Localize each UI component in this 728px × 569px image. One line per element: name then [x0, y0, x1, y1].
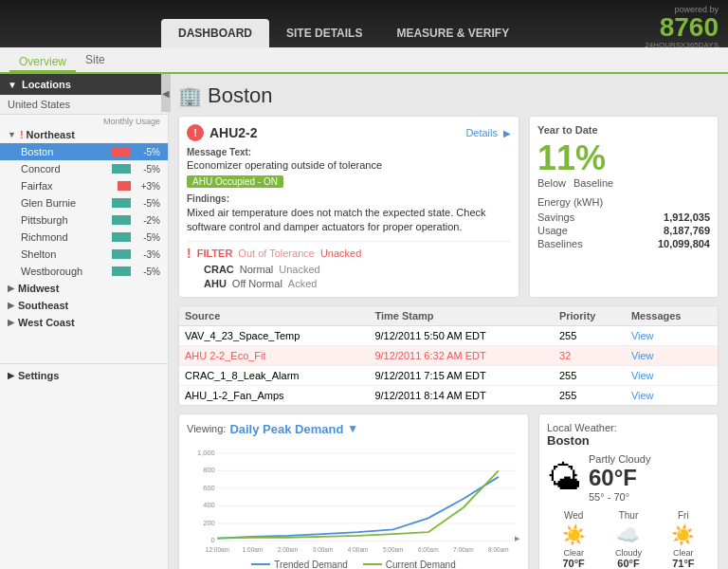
cell-message[interactable]: View [626, 365, 718, 385]
glen-burnie-usage: -5% [112, 198, 160, 209]
ytd-usage-val: 8,187,769 [664, 225, 710, 236]
sidebar-item-westborough[interactable]: Westborough -5% [0, 263, 168, 280]
weather-day-temp: 71°F [671, 558, 695, 569]
shelton-pct: -3% [134, 249, 160, 260]
svg-text:4:00am: 4:00am [348, 545, 369, 552]
northeast-label: Northeast [27, 129, 75, 140]
sidebar-group-midwest[interactable]: ▶ Midwest [0, 280, 168, 297]
svg-text:7:00am: 7:00am [453, 545, 474, 552]
shelton-usage: -3% [112, 249, 160, 260]
sidebar-group-west-coast[interactable]: ▶ West Coast [0, 314, 168, 331]
weather-day-desc: Cloudy [615, 548, 642, 558]
cell-timestamp: 9/12/2011 8:14 AM EDT [369, 385, 554, 405]
sidebar-item-richmond[interactable]: Richmond -5% [0, 229, 168, 246]
weather-city: Boston [547, 433, 710, 448]
country-label: United States [0, 95, 168, 115]
richmond-pct: -5% [134, 232, 160, 243]
alert-status: AHU Occupied - ON [187, 175, 283, 188]
alert-message-label: Message Text: [187, 147, 511, 157]
nav-tabs: DASHBOARD SITE DETAILS MEASURE & VERIFY [161, 19, 526, 47]
ahu-row: AHU Off Normal Acked [187, 278, 511, 289]
col-priority: Priority [554, 306, 626, 326]
trended-label: Trended Demand [274, 560, 347, 569]
brand: powered by 8760 24HOURSX365DAYS [645, 5, 719, 49]
chart-card: Viewing: Daily Peak Demand ▼ 1,000 800 6… [178, 413, 529, 569]
concord-label: Concord [21, 163, 61, 174]
concord-bar [112, 164, 131, 174]
locations-label: Locations [22, 79, 71, 90]
boston-pct: -5% [134, 147, 160, 157]
crac-row: CRAC Normal Unacked [187, 264, 511, 275]
table-row: CRAC_1_8_Leak_Alarm 9/12/2011 7:15 AM ED… [179, 365, 718, 385]
weather-day: Thur ☁️ Cloudy 60°F 54 [615, 510, 642, 569]
ytd-savings-val: 1,912,035 [664, 211, 710, 223]
locations-header[interactable]: ▼ Locations [0, 74, 168, 95]
northeast-warn-icon: ! [20, 129, 24, 140]
sub-tab-site[interactable]: Site [76, 51, 115, 68]
sidebar-item-pittsburgh[interactable]: Pittsburgh -2% [0, 211, 168, 229]
weather-day: Fri ☀️ Clear 71°F 59 [671, 510, 695, 569]
ahu-label: AHU [204, 278, 227, 289]
cell-message[interactable]: View [626, 385, 718, 405]
tab-dashboard[interactable]: DASHBOARD [161, 19, 269, 47]
sidebar-item-concord[interactable]: Concord -5% [0, 160, 168, 177]
weather-day-temp: 70°F [562, 558, 586, 569]
svg-text:8:00am: 8:00am [488, 545, 509, 552]
filter-unacked[interactable]: Unacked [320, 248, 361, 259]
ytd-baselines-label: Baselines [537, 238, 583, 249]
cell-source: CRAC_1_8_Leak_Alarm [179, 365, 369, 385]
sub-tab-overview[interactable]: Overview [9, 53, 76, 72]
cell-message[interactable]: View [626, 345, 718, 365]
cell-message[interactable]: View [626, 325, 718, 345]
header: DASHBOARD SITE DETAILS MEASURE & VERIFY … [0, 0, 728, 47]
svg-text:12:00am: 12:00am [206, 545, 229, 552]
sub-tabs-bar: Overview Site [0, 47, 728, 74]
chart-dropdown-icon[interactable]: ▼ [347, 422, 358, 435]
table-row: VAV_4_23_Space_Temp 9/12/2011 5:50 AM ED… [179, 325, 718, 345]
table-row: AHU_1-2_Fan_Amps 9/12/2011 8:14 AM EDT 2… [179, 385, 718, 405]
cell-priority: 255 [554, 365, 626, 385]
details-link[interactable]: Details [465, 127, 498, 138]
richmond-label: Richmond [21, 231, 68, 243]
brand-subtitle: 24HOURSX365DAYS [645, 41, 719, 49]
boston-label: Boston [21, 146, 53, 157]
chart-title[interactable]: Daily Peak Demand [229, 422, 343, 436]
crac-unacked: Unacked [279, 264, 319, 275]
svg-text:400: 400 [203, 501, 214, 509]
pittsburgh-label: Pittsburgh [21, 214, 68, 226]
ytd-savings-row: Savings 1,912,035 [537, 211, 710, 223]
pittsburgh-bar [112, 215, 131, 225]
richmond-usage: -5% [112, 232, 160, 243]
svg-text:3:00am: 3:00am [313, 545, 334, 552]
sidebar-group-northeast[interactable]: ▼ ! Northeast [0, 126, 168, 143]
cell-source: AHU_1-2_Fan_Amps [179, 385, 369, 405]
filter-label[interactable]: FILTER [197, 248, 233, 259]
cell-priority: 255 [554, 325, 626, 345]
concord-pct: -5% [134, 164, 160, 174]
weather-days: Wed ☀️ Clear 70°F 42 Thur ☁️ Cloudy 60°F… [547, 510, 710, 569]
settings-item[interactable]: ▶ Settings [0, 363, 168, 387]
ytd-baseline-label: Baseline [573, 177, 613, 191]
alert-card: ! AHU2-2 Details ▶ Message Text: Economi… [178, 116, 519, 298]
tab-measure-verify[interactable]: MEASURE & VERIFY [379, 19, 526, 47]
sidebar-item-glen-burnie[interactable]: Glen Burnie -5% [0, 194, 168, 211]
sidebar-item-boston[interactable]: Boston -5% [0, 143, 168, 160]
sidebar-item-fairfax[interactable]: Fairfax +3% [0, 177, 168, 194]
sidebar-item-shelton[interactable]: Shelton -3% [0, 246, 168, 263]
sidebar-group-southeast[interactable]: ▶ Southeast [0, 297, 168, 314]
weather-day-name: Fri [671, 510, 695, 521]
legend-trended: Trended Demand [251, 560, 347, 569]
ytd-baselines-row: Baselines 10,099,804 [537, 238, 710, 249]
weather-card: Local Weather: Boston 🌤 Partly Cloudy 60… [538, 413, 719, 569]
tab-site-details[interactable]: SITE DETAILS [269, 19, 379, 47]
weather-day-icon: ☁️ [615, 523, 642, 546]
cell-timestamp: 9/12/2011 5:50 AM EDT [369, 325, 554, 345]
bottom-row: Viewing: Daily Peak Demand ▼ 1,000 800 6… [178, 413, 719, 569]
sidebar-collapse-button[interactable]: ◀ [161, 74, 171, 112]
weather-day-temp: 60°F [615, 558, 642, 569]
main-layout: ▼ Locations United States Monthly Usage … [0, 74, 728, 569]
ahu-acked: Acked [288, 278, 318, 289]
filter-warning-icon: ! [187, 246, 191, 261]
cell-source: VAV_4_23_Space_Temp [179, 325, 369, 345]
col-messages: Messages [626, 306, 718, 326]
